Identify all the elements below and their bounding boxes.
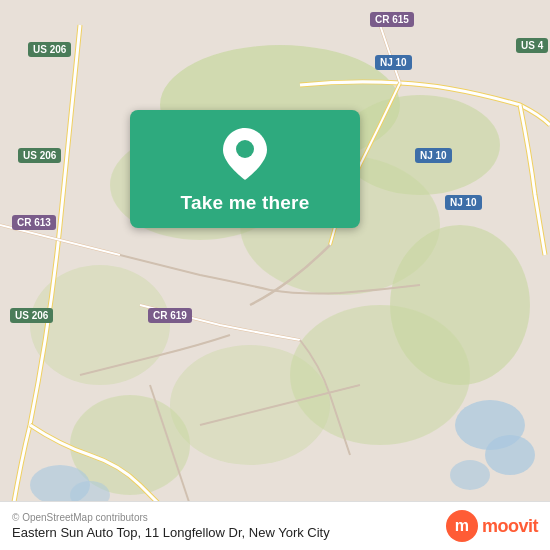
badge-nj10-2: NJ 10	[415, 148, 452, 163]
badge-us206-2: US 206	[18, 148, 61, 163]
badge-us206-1: US 206	[28, 42, 71, 57]
moovit-logo-letter: m	[455, 517, 469, 535]
badge-cr619: CR 619	[148, 308, 192, 323]
location-info: © OpenStreetMap contributors Eastern Sun…	[12, 512, 330, 540]
badge-nj10-3: NJ 10	[445, 195, 482, 210]
badge-us206-3: US 206	[10, 308, 53, 323]
location-pin-icon	[223, 128, 267, 182]
moovit-logo: m moovit	[446, 510, 538, 542]
badge-nj10-1: NJ 10	[375, 55, 412, 70]
map-background	[0, 0, 550, 550]
badge-cr615: CR 615	[370, 12, 414, 27]
take-me-there-button[interactable]: Take me there	[130, 110, 360, 228]
osm-credit: © OpenStreetMap contributors	[12, 512, 330, 523]
svg-point-15	[236, 140, 254, 158]
bottom-bar: © OpenStreetMap contributors Eastern Sun…	[0, 501, 550, 550]
moovit-logo-icon: m	[446, 510, 478, 542]
take-me-there-label: Take me there	[181, 192, 310, 214]
svg-point-11	[485, 435, 535, 475]
moovit-text: moovit	[482, 516, 538, 537]
svg-point-7	[170, 345, 330, 465]
badge-cr613: CR 613	[12, 215, 56, 230]
badge-us4: US 4	[516, 38, 548, 53]
location-text: Eastern Sun Auto Top, 11 Longfellow Dr, …	[12, 525, 330, 540]
svg-point-12	[450, 460, 490, 490]
map-container: US 206 US 206 US 206 NJ 10 NJ 10 NJ 10 C…	[0, 0, 550, 550]
